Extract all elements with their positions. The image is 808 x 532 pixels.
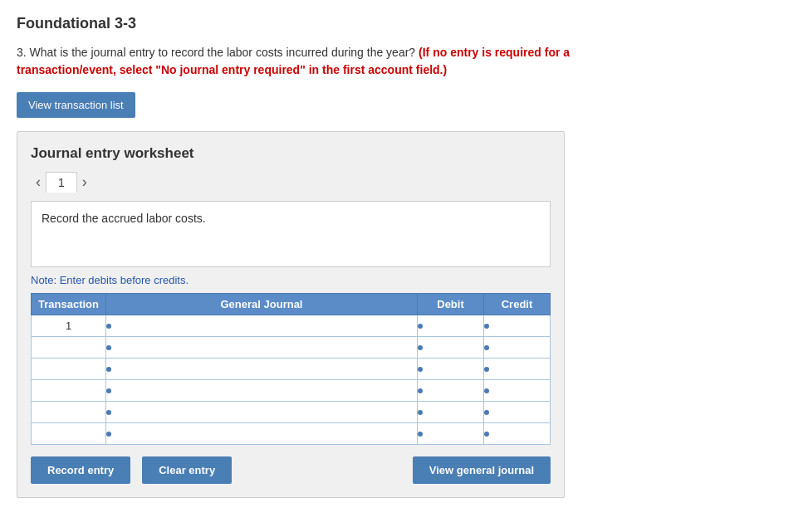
debit-input[interactable]: [418, 337, 483, 358]
table-row: [32, 359, 551, 380]
tab-1[interactable]: 1: [46, 172, 77, 193]
description-box: Record the accrued labor costs.: [31, 201, 551, 267]
worksheet-container: Journal entry worksheet ‹ 1 › Record the…: [17, 131, 565, 498]
record-entry-button[interactable]: Record entry: [31, 456, 130, 484]
debit-input[interactable]: [418, 380, 483, 401]
table-row: [32, 380, 551, 402]
transaction-cell: [32, 423, 106, 445]
view-general-journal-button[interactable]: View general journal: [413, 456, 551, 484]
table-row: 1: [32, 315, 551, 337]
debit-cell[interactable]: [418, 315, 484, 337]
general-journal-input[interactable]: [106, 315, 417, 336]
transaction-cell: [32, 337, 106, 359]
general-journal-input[interactable]: [106, 402, 417, 422]
debit-input[interactable]: [418, 315, 483, 336]
credit-cell[interactable]: [484, 337, 551, 359]
tab-nav: ‹ 1 ›: [31, 172, 551, 193]
debit-cell[interactable]: [418, 402, 484, 423]
credit-cell[interactable]: [484, 423, 551, 445]
question-text: 3. What is the journal entry to record t…: [17, 44, 664, 79]
col-transaction: Transaction: [32, 294, 106, 315]
debit-cell[interactable]: [418, 337, 484, 359]
credit-input[interactable]: [484, 315, 550, 336]
next-tab-button[interactable]: ›: [77, 172, 92, 193]
button-row: Record entry Clear entry View general jo…: [31, 456, 551, 484]
journal-table: Transaction General Journal Debit Credit…: [31, 293, 551, 445]
table-row: [32, 337, 551, 359]
view-transaction-button[interactable]: View transaction list: [17, 92, 135, 118]
general-journal-cell[interactable]: [106, 337, 418, 359]
transaction-cell: [32, 380, 106, 402]
general-journal-input[interactable]: [106, 423, 417, 444]
general-journal-cell[interactable]: [106, 359, 418, 380]
table-row: [32, 402, 551, 423]
debit-cell[interactable]: [418, 359, 484, 380]
description-text: Record the accrued labor costs.: [42, 212, 206, 225]
debit-cell[interactable]: [418, 423, 484, 445]
debit-input[interactable]: [418, 402, 483, 422]
credit-input[interactable]: [484, 337, 550, 358]
general-journal-input[interactable]: [106, 380, 417, 401]
credit-input[interactable]: [484, 380, 550, 401]
credit-input[interactable]: [484, 423, 550, 444]
general-journal-cell[interactable]: [106, 315, 418, 337]
clear-entry-button[interactable]: Clear entry: [142, 456, 232, 484]
general-journal-cell[interactable]: [106, 402, 418, 423]
transaction-cell: [32, 402, 106, 423]
table-row: [32, 423, 551, 445]
debit-input[interactable]: [418, 423, 483, 444]
page-title: Foundational 3-3: [17, 15, 791, 32]
credit-cell[interactable]: [484, 402, 551, 423]
credit-cell[interactable]: [484, 359, 551, 380]
worksheet-title: Journal entry worksheet: [31, 145, 551, 162]
prev-tab-button[interactable]: ‹: [31, 172, 46, 193]
col-credit: Credit: [484, 294, 551, 315]
debit-cell[interactable]: [418, 380, 484, 402]
col-debit: Debit: [418, 294, 484, 315]
transaction-cell: [32, 359, 106, 380]
credit-cell[interactable]: [484, 315, 551, 337]
transaction-cell: 1: [32, 315, 106, 337]
note-text: Note: Enter debits before credits.: [31, 274, 551, 286]
general-journal-cell[interactable]: [106, 423, 418, 445]
general-journal-input[interactable]: [106, 337, 417, 358]
credit-input[interactable]: [484, 402, 550, 422]
general-journal-input[interactable]: [106, 359, 417, 379]
credit-input[interactable]: [484, 359, 550, 379]
credit-cell[interactable]: [484, 380, 551, 402]
debit-input[interactable]: [418, 359, 483, 379]
col-general-journal: General Journal: [106, 294, 418, 315]
general-journal-cell[interactable]: [106, 380, 418, 402]
